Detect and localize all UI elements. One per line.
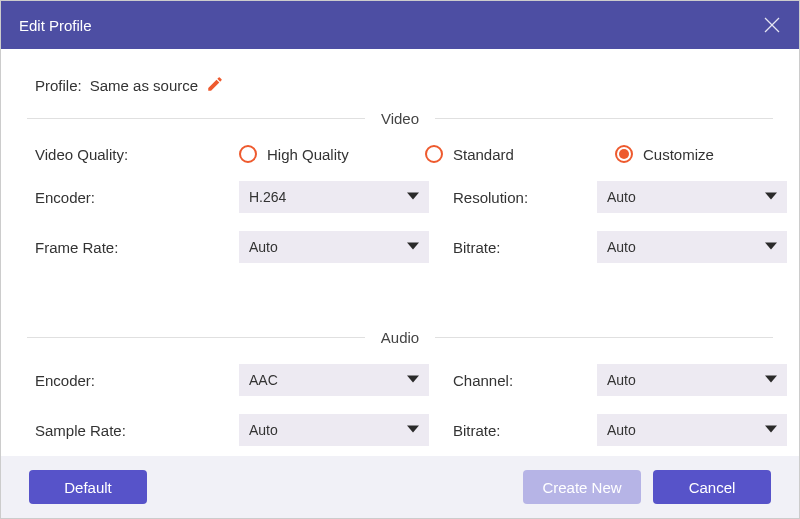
video-bitrate-select[interactable]: Auto [597,231,787,263]
video-quality-label: Video Quality: [35,146,215,163]
edit-icon[interactable] [206,75,224,96]
profile-row: Profile: Same as source [35,75,765,96]
select-value: Auto [607,189,636,205]
select-value: Auto [607,422,636,438]
audio-encoder-select[interactable]: AAC [239,364,429,396]
chevron-down-icon [407,189,419,205]
radio-label: Standard [453,146,514,163]
chevron-down-icon [765,239,777,255]
default-button[interactable]: Default [29,470,147,504]
video-section-label: Video [365,110,435,127]
video-bitrate-label: Bitrate: [453,239,573,256]
video-resolution-select[interactable]: Auto [597,181,787,213]
chevron-down-icon [765,422,777,438]
select-value: H.264 [249,189,286,205]
radio-high-quality[interactable]: High Quality [239,145,425,163]
video-grid: Video Quality: High Quality Standard Cus… [27,145,773,263]
audio-section-label: Audio [365,329,435,346]
video-encoder-select[interactable]: H.264 [239,181,429,213]
radio-icon [425,145,443,163]
audio-samplerate-select[interactable]: Auto [239,414,429,446]
audio-bitrate-select[interactable]: Auto [597,414,787,446]
radio-label: Customize [643,146,714,163]
dialog-footer: Default Create New Cancel [1,456,799,518]
select-value: Auto [249,422,278,438]
chevron-down-icon [407,372,419,388]
chevron-down-icon [407,239,419,255]
video-framerate-select[interactable]: Auto [239,231,429,263]
window-title: Edit Profile [19,17,92,34]
button-label: Cancel [689,479,736,496]
button-label: Default [64,479,112,496]
close-icon[interactable] [763,16,781,34]
edit-profile-dialog: Edit Profile Profile: Same as source Vid… [0,0,800,519]
chevron-down-icon [407,422,419,438]
radio-standard[interactable]: Standard [425,145,615,163]
radio-icon [239,145,257,163]
create-new-button[interactable]: Create New [523,470,641,504]
video-quality-radios: High Quality Standard Customize [239,145,787,163]
select-value: Auto [607,372,636,388]
audio-samplerate-label: Sample Rate: [35,422,215,439]
radio-customize[interactable]: Customize [615,145,714,163]
video-section-divider: Video [27,110,773,127]
profile-label: Profile: [35,77,82,94]
video-resolution-label: Resolution: [453,189,573,206]
video-encoder-label: Encoder: [35,189,215,206]
radio-label: High Quality [267,146,349,163]
button-label: Create New [542,479,621,496]
audio-section-divider: Audio [27,329,773,346]
audio-channel-label: Channel: [453,372,573,389]
select-value: Auto [249,239,278,255]
chevron-down-icon [765,372,777,388]
radio-icon [615,145,633,163]
audio-channel-select[interactable]: Auto [597,364,787,396]
chevron-down-icon [765,189,777,205]
audio-encoder-label: Encoder: [35,372,215,389]
video-framerate-label: Frame Rate: [35,239,215,256]
select-value: Auto [607,239,636,255]
cancel-button[interactable]: Cancel [653,470,771,504]
audio-grid: Encoder: AAC Channel: Auto Sample Rate: … [27,364,773,446]
titlebar: Edit Profile [1,1,799,49]
dialog-body: Profile: Same as source Video Video Qual… [1,49,799,446]
select-value: AAC [249,372,278,388]
profile-value: Same as source [90,77,198,94]
audio-bitrate-label: Bitrate: [453,422,573,439]
